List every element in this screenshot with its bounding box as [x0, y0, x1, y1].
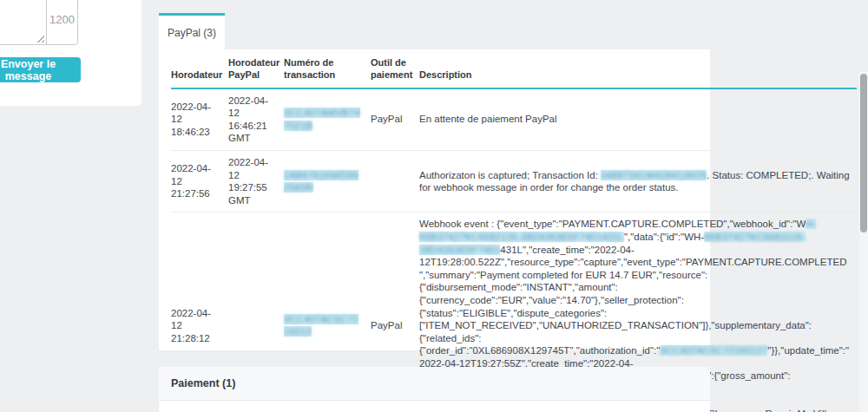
scrollbar-thumb[interactable] — [860, 74, 867, 232]
tab-paypal-label: PayPal (3) — [168, 27, 216, 39]
redacted-transaction-id: 2AB67616WD992560R — [284, 170, 358, 193]
payment-panel-header: Paiement (1) — [159, 367, 710, 401]
redacted-transaction-id: 3CC407AMVB747021B — [284, 108, 360, 131]
timestamp-cell: 2022-04-12 18:46:23 — [171, 88, 228, 151]
send-message-button[interactable]: Envoyer le message — [0, 57, 81, 82]
char-counter: 1200 — [46, 0, 78, 45]
message-textarea[interactable] — [0, 0, 46, 45]
tab-paypal[interactable]: PayPal (3) — [159, 13, 225, 49]
transaction-id-cell: 3CC407AMVB747021B — [284, 88, 371, 151]
table-row: 2022-04-12 18:46:232022-04-12 16:46:21 G… — [171, 88, 857, 151]
paypal-table-wrap: HorodateurHorodateur PayPalNuméro de tra… — [171, 51, 857, 412]
description-cell: Authorizaton is captured; Transaction Id… — [419, 150, 857, 212]
table-header-row: HorodateurHorodateur PayPalNuméro de tra… — [171, 51, 857, 88]
column-header-2: Horodateur PayPal — [228, 51, 284, 88]
paypal-timestamp-cell: 2022-04-12 19:27:55 GMT — [228, 150, 284, 212]
payment-panel: Paiement (1) — [159, 367, 710, 412]
order-detail-page: 1200 Envoyer le message PayPal (3) Horod… — [0, 0, 868, 412]
column-header-3: Numéro de transaction — [284, 51, 371, 88]
column-header-1: Horodateur — [171, 51, 228, 88]
payment-tool-cell: PayPal — [371, 88, 419, 151]
column-header-5: Description — [419, 51, 857, 88]
message-composer-panel: 1200 Envoyer le message — [0, 0, 141, 106]
payment-panel-title: Paiement (1) — [171, 377, 235, 389]
column-header-4: Outil de paiement — [371, 51, 419, 88]
table-row: 2022-04-12 21:27:562022-04-12 19:27:55 G… — [171, 150, 857, 212]
transaction-id-cell: 2AB67616WD992560R — [284, 150, 371, 212]
redacted-text: 3CC407AC5C72160127 — [660, 345, 767, 356]
payment-tool-cell — [371, 150, 419, 212]
timestamp-cell: 2022-04-12 21:27:56 — [171, 150, 228, 212]
description-cell: En attente de paiement PayPal — [419, 88, 857, 151]
paypal-table: HorodateurHorodateur PayPalNuméro de tra… — [171, 51, 857, 412]
redacted-text: 34887341W4184136O5 — [601, 170, 707, 180]
redacted-transaction-id: 3CC407AC5C7216012 — [284, 314, 358, 337]
paypal-timestamp-cell: 2022-04-12 16:46:21 GMT — [228, 88, 284, 151]
message-textarea-group: 1200 — [0, 0, 78, 45]
